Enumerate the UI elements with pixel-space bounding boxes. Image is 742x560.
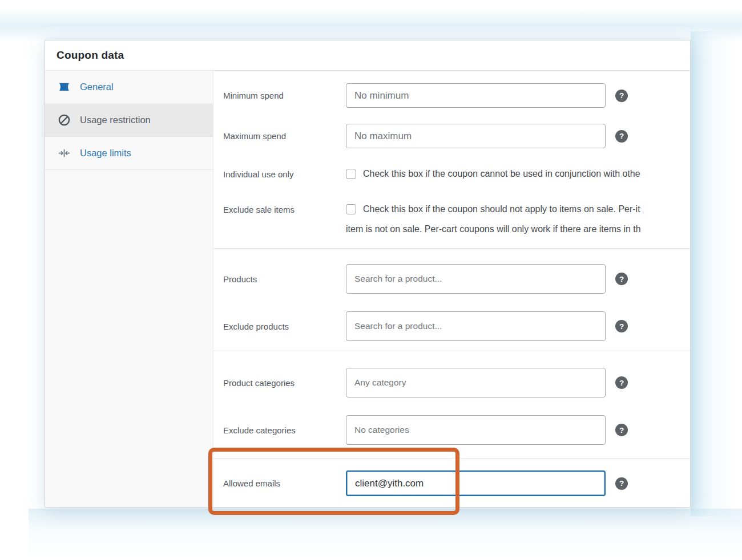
products-search-input[interactable]: Search for a product... bbox=[346, 264, 606, 294]
exclude-categories-input[interactable]: No categories bbox=[346, 415, 606, 445]
products-row: Products Search for a product... ? bbox=[223, 264, 690, 294]
help-icon[interactable]: ? bbox=[615, 376, 628, 389]
product-categories-label: Product categories bbox=[223, 378, 346, 388]
products-placeholder: Search for a product... bbox=[354, 274, 442, 284]
exclude-sale-items-description-line1: Check this box if the coupon should not … bbox=[363, 204, 640, 214]
panel-title: Coupon data bbox=[57, 49, 124, 62]
help-icon[interactable]: ? bbox=[615, 477, 628, 490]
minimum-spend-label: Minimum spend bbox=[223, 91, 346, 100]
help-icon[interactable]: ? bbox=[615, 273, 628, 285]
products-label: Products bbox=[223, 274, 346, 284]
exclude-categories-label: Exclude categories bbox=[223, 425, 346, 435]
usage-restriction-form: Minimum spend ? Maximum spend ? Individu… bbox=[213, 71, 690, 508]
panel-header: Coupon data bbox=[45, 40, 690, 71]
coupon-data-tabs: General Usage restriction bbox=[45, 71, 213, 508]
section-divider bbox=[213, 351, 690, 351]
tab-general[interactable]: General bbox=[45, 71, 213, 104]
tab-usage-restriction-label: Usage restriction bbox=[80, 115, 151, 125]
exclude-sale-items-checkbox[interactable] bbox=[346, 204, 356, 214]
exclude-sale-items-label: Exclude sale items bbox=[223, 205, 346, 214]
individual-use-description: Check this box if the coupon cannot be u… bbox=[363, 169, 640, 179]
maximum-spend-label: Maximum spend bbox=[223, 131, 346, 141]
help-icon[interactable]: ? bbox=[615, 424, 628, 436]
coupon-data-panel: Coupon data General Usage restri bbox=[45, 40, 691, 508]
exclude-sale-items-description-line2: item is not on sale. Per-cart coupons wi… bbox=[346, 224, 690, 234]
background-top-wash bbox=[0, 9, 742, 42]
product-categories-input[interactable]: Any category bbox=[346, 368, 606, 397]
background-right-wash bbox=[691, 31, 735, 516]
exclude-sale-items-block: Exclude sale items Check this box if the… bbox=[223, 204, 690, 234]
help-icon[interactable]: ? bbox=[615, 90, 628, 102]
individual-use-checkbox[interactable] bbox=[346, 169, 356, 179]
exclude-products-search-input[interactable]: Search for a product... bbox=[346, 311, 606, 341]
allowed-emails-row: Allowed emails ? bbox=[223, 470, 690, 496]
exclude-products-label: Exclude products bbox=[223, 322, 346, 331]
help-icon[interactable]: ? bbox=[615, 130, 628, 143]
section-divider bbox=[213, 248, 690, 249]
exclude-products-placeholder: Search for a product... bbox=[354, 321, 442, 331]
tab-usage-limits-label: Usage limits bbox=[80, 148, 131, 159]
maximum-spend-row: Maximum spend ? bbox=[223, 124, 690, 148]
individual-use-row: Individual use only Check this box if th… bbox=[223, 169, 690, 179]
tab-usage-restriction[interactable]: Usage restriction bbox=[45, 104, 213, 137]
allowed-emails-input[interactable] bbox=[346, 470, 606, 496]
tab-general-label: General bbox=[80, 82, 114, 92]
exclude-products-row: Exclude products Search for a product...… bbox=[223, 311, 690, 341]
individual-use-label: Individual use only bbox=[223, 169, 346, 179]
limits-icon bbox=[58, 147, 71, 160]
exclude-sale-items-row: Exclude sale items Check this box if the… bbox=[223, 204, 690, 214]
section-divider bbox=[213, 458, 690, 458]
ticket-icon bbox=[58, 80, 71, 94]
maximum-spend-input[interactable] bbox=[346, 124, 606, 148]
allowed-emails-label: Allowed emails bbox=[223, 478, 346, 488]
no-entry-icon bbox=[58, 113, 71, 127]
tab-usage-limits[interactable]: Usage limits bbox=[45, 137, 213, 170]
product-categories-row: Product categories Any category ? bbox=[223, 368, 690, 397]
exclude-categories-placeholder: No categories bbox=[354, 425, 409, 435]
minimum-spend-row: Minimum spend ? bbox=[223, 83, 690, 108]
product-categories-placeholder: Any category bbox=[354, 378, 406, 388]
help-icon[interactable]: ? bbox=[615, 320, 628, 332]
background-bottom-wash bbox=[29, 509, 742, 560]
minimum-spend-input[interactable] bbox=[346, 83, 606, 108]
exclude-categories-row: Exclude categories No categories ? bbox=[223, 415, 690, 445]
